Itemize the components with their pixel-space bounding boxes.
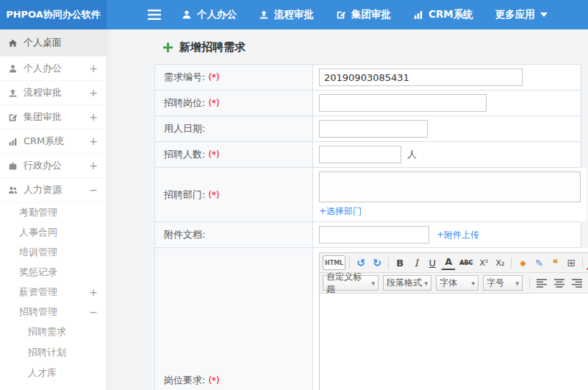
sidebar-item-label: 培训管理 bbox=[19, 246, 57, 259]
nav-label: 集团审批 bbox=[351, 8, 391, 21]
sidebar-item-workflow-approval[interactable]: 流程审批 + bbox=[0, 81, 107, 105]
sidebar-item-label: CRM系统 bbox=[24, 135, 64, 148]
sidebar-item-recruit-plan[interactable]: 招聘计划 bbox=[0, 342, 107, 363]
sidebar-item-label: 人事合同 bbox=[19, 226, 57, 239]
sidebar-item-personnel-contract[interactable]: 人事合同 bbox=[0, 222, 107, 242]
sidebar-item-human-resources[interactable]: 人力资源 − bbox=[0, 178, 107, 202]
editor-content-area[interactable] bbox=[320, 294, 588, 390]
expand-toggle-icon: + bbox=[89, 160, 98, 171]
expand-toggle-icon: + bbox=[89, 87, 98, 99]
form-row-headcount: 招聘人数: (*) 人 bbox=[155, 142, 581, 168]
chart-icon bbox=[413, 10, 423, 20]
position-input[interactable] bbox=[319, 94, 487, 112]
field-label-cell: 招聘人数: (*) bbox=[155, 142, 313, 167]
redo-button[interactable]: ↻ bbox=[370, 255, 384, 270]
underline-button[interactable]: U bbox=[425, 255, 440, 270]
rich-text-editor: HTML ↺ ↻ B I U A ABC X² X₂ ◆ bbox=[319, 252, 588, 390]
person-icon bbox=[8, 64, 18, 74]
sidebar-item-group-approval[interactable]: 集团审批 + bbox=[0, 105, 107, 130]
sidebar-item-salary-mgmt[interactable]: 薪资管理 + bbox=[0, 282, 107, 302]
nav-personal-office[interactable]: 个人办公 bbox=[182, 8, 237, 21]
form-row-position: 招聘岗位: (*) bbox=[155, 91, 581, 116]
sidebar-item-training-mgmt[interactable]: 培训管理 bbox=[0, 242, 107, 262]
office-icon bbox=[8, 161, 18, 171]
required-mark: (*) bbox=[208, 72, 219, 82]
table-button[interactable]: ⊞ bbox=[564, 255, 578, 270]
person-icon bbox=[182, 10, 192, 20]
strikethrough-button[interactable]: ABC bbox=[457, 255, 475, 270]
font-family-select[interactable]: 字体▾ bbox=[436, 275, 478, 291]
field-label-cell: 招聘部门: (*) bbox=[155, 168, 313, 221]
superscript-button[interactable]: X² bbox=[476, 255, 491, 270]
sidebar-item-admin-office[interactable]: 行政办公 + bbox=[0, 154, 107, 178]
department-textarea[interactable] bbox=[319, 171, 581, 202]
expand-toggle-icon: + bbox=[89, 286, 98, 298]
select-label: 字体 bbox=[440, 277, 457, 289]
undo-button[interactable]: ↺ bbox=[354, 255, 368, 270]
topbar: PHPOA协同办公软件 个人办公 流程审批 集团审批 CRM系统 bbox=[0, 0, 588, 29]
field-value-cell: 人 bbox=[313, 142, 581, 167]
home-icon bbox=[8, 38, 18, 48]
toolbar-separator bbox=[582, 258, 583, 269]
sidebar-item-label: 薪资管理 bbox=[19, 286, 57, 299]
sidebar-item-attendance-mgmt[interactable]: 考勤管理 bbox=[0, 202, 107, 222]
hire-date-input[interactable] bbox=[319, 120, 428, 138]
nav-label: 更多应用 bbox=[495, 8, 535, 21]
chart-icon bbox=[8, 137, 18, 146]
caret-down-icon: ▾ bbox=[471, 280, 475, 287]
select-label: 段落格式 bbox=[387, 277, 422, 289]
caret-down-icon bbox=[540, 13, 548, 17]
bold-button[interactable]: B bbox=[392, 255, 407, 270]
attachment-upload-link[interactable]: +附件上传 bbox=[437, 229, 479, 241]
nav-workflow-approval[interactable]: 流程审批 bbox=[259, 8, 314, 21]
required-mark: (*) bbox=[208, 149, 219, 160]
sidebar-item-label: 行政办公 bbox=[24, 159, 62, 172]
field-label-cell: 需求编号: (*) bbox=[155, 65, 313, 90]
sidebar-item-personal-office[interactable]: 个人办公 + bbox=[0, 57, 107, 81]
sidebar-item-talent-pool[interactable]: 人才库 bbox=[0, 363, 107, 383]
nav-label: 流程审批 bbox=[274, 8, 314, 21]
sidebar-item-crm-system[interactable]: CRM系统 + bbox=[0, 130, 107, 154]
sidebar-item-reward-punishment[interactable]: 奖惩记录 bbox=[0, 262, 107, 282]
headcount-input[interactable] bbox=[319, 146, 401, 163]
expand-toggle-icon: + bbox=[89, 135, 98, 147]
field-value-cell bbox=[313, 91, 581, 116]
attachment-input[interactable] bbox=[319, 226, 429, 244]
custom-title-select[interactable]: 自定义标题▾ bbox=[323, 275, 379, 291]
menu-icon[interactable] bbox=[148, 10, 161, 20]
form-row-attachment: 附件文档: +附件上传 bbox=[155, 222, 581, 248]
nav-crm-system[interactable]: CRM系统 bbox=[413, 8, 473, 21]
caret-down-icon: ▾ bbox=[515, 280, 519, 287]
nav-more-apps[interactable]: 更多应用 bbox=[495, 8, 548, 21]
blockquote-button[interactable]: ❝ bbox=[548, 255, 562, 270]
align-left-icon[interactable] bbox=[534, 276, 550, 291]
sidebar-item-label: 招聘计划 bbox=[28, 346, 66, 359]
select-department-link[interactable]: +选择部门 bbox=[319, 205, 362, 218]
field-label: 附件文档: bbox=[164, 228, 205, 241]
eraser-button[interactable]: ◆ bbox=[515, 255, 530, 270]
required-mark: (*) bbox=[208, 375, 219, 386]
sidebar-item-personal-desktop[interactable]: 个人桌面 bbox=[0, 29, 107, 57]
sidebar-item-label: 招聘管理 bbox=[19, 305, 57, 319]
edit-icon bbox=[8, 113, 18, 122]
sidebar-item-recruit-request[interactable]: 招聘需求 bbox=[0, 322, 107, 342]
field-value-cell: +选择部门 bbox=[313, 168, 587, 221]
italic-button[interactable]: I bbox=[409, 255, 423, 270]
field-label: 招聘岗位: bbox=[164, 96, 205, 110]
subscript-button[interactable]: X₂ bbox=[492, 255, 507, 270]
sidebar-scrollbar[interactable] bbox=[107, 29, 112, 390]
sidebar-item-label: 考勤管理 bbox=[19, 206, 57, 219]
nav-group-approval[interactable]: 集团审批 bbox=[336, 8, 391, 21]
html-source-button[interactable]: HTML bbox=[323, 255, 345, 270]
paragraph-format-select[interactable]: 段落格式▾ bbox=[383, 275, 431, 291]
sidebar-item-label: 奖惩记录 bbox=[19, 266, 57, 279]
font-size-select[interactable]: 字号▾ bbox=[483, 275, 523, 291]
align-center-icon[interactable] bbox=[551, 276, 567, 291]
field-value-cell: HTML ↺ ↻ B I U A ABC X² X₂ ◆ bbox=[313, 248, 588, 390]
sidebar-item-recruit-mgmt[interactable]: 招聘管理 − bbox=[0, 302, 107, 322]
format-brush-button[interactable]: ✎ bbox=[531, 255, 546, 270]
request-code-input[interactable] bbox=[319, 68, 523, 86]
sidebar-item-label: 个人桌面 bbox=[24, 36, 62, 49]
align-right-icon[interactable] bbox=[569, 276, 585, 291]
underline-style-button[interactable]: A bbox=[441, 255, 456, 270]
